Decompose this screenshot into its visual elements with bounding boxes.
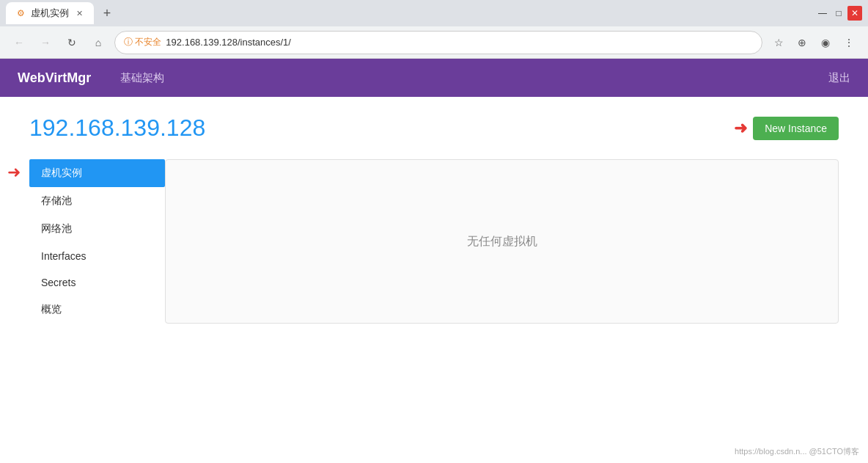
- sidebar: ➜ 虚机实例 存储池 网络池 Interfaces Secrets 概览: [29, 159, 165, 324]
- logout-button[interactable]: 退出: [828, 71, 850, 85]
- sidebar-item-interfaces[interactable]: Interfaces: [29, 243, 165, 269]
- address-bar[interactable]: ⓘ 不安全 192.168.139.128/instances/1/: [114, 31, 762, 54]
- toolbar-icons: ☆ ⊕ ◉ ⋮: [768, 32, 859, 53]
- url-text: 192.168.139.128/instances/1/: [166, 37, 291, 48]
- account-icon[interactable]: ◉: [815, 32, 836, 53]
- page-header: 192.168.139.128 ➜ New Instance: [29, 114, 839, 142]
- back-button[interactable]: ←: [9, 32, 29, 53]
- app-header: WebVirtMgr 基础架构 退出: [0, 59, 868, 97]
- app-logo: WebVirtMgr: [18, 70, 91, 86]
- new-tab-button[interactable]: +: [97, 3, 117, 23]
- sidebar-item-network[interactable]: 网络池: [29, 215, 165, 243]
- forward-button[interactable]: →: [35, 32, 56, 53]
- watermark: https://blog.csdn.n... @51CTO博客: [735, 446, 859, 457]
- new-instance-button[interactable]: New Instance: [753, 117, 839, 140]
- empty-message: 无任何虚拟机: [467, 234, 537, 249]
- home-button[interactable]: ⌂: [88, 32, 108, 53]
- main-content: 192.168.139.128 ➜ New Instance ➜ 虚机实例 存储…: [0, 97, 868, 341]
- browser-toolbar: ← → ↻ ⌂ ⓘ 不安全 192.168.139.128/instances/…: [0, 26, 868, 59]
- browser-titlebar: ⚙ 虚机实例 ✕ + — □ ✕: [0, 0, 868, 26]
- main-panel: 无任何虚拟机: [165, 159, 839, 324]
- close-button[interactable]: ✕: [847, 6, 862, 21]
- maximize-button[interactable]: □: [831, 6, 846, 21]
- minimize-button[interactable]: —: [815, 6, 830, 21]
- tab-close-button[interactable]: ✕: [73, 7, 85, 19]
- sidebar-item-instances[interactable]: 虚机实例: [29, 159, 165, 187]
- insecure-label: ⓘ 不安全: [124, 36, 161, 48]
- browser-tab[interactable]: ⚙ 虚机实例 ✕: [6, 2, 94, 24]
- window-controls: — □ ✕: [815, 6, 862, 21]
- new-instance-area: ➜ New Instance: [734, 117, 839, 140]
- arrow-to-sidebar-icon: ➜: [7, 163, 21, 182]
- reload-button[interactable]: ↻: [62, 32, 82, 53]
- page-title: 192.168.139.128: [29, 114, 205, 142]
- content-area: ➜ 虚机实例 存储池 网络池 Interfaces Secrets 概览 无任何…: [29, 159, 839, 324]
- sidebar-item-storage[interactable]: 存储池: [29, 187, 165, 215]
- tab-title: 虚机实例: [31, 7, 69, 20]
- menu-icon[interactable]: ⋮: [839, 32, 859, 53]
- sidebar-item-overview[interactable]: 概览: [29, 296, 165, 324]
- sidebar-item-secrets[interactable]: Secrets: [29, 269, 165, 296]
- extension-icon[interactable]: ⊕: [792, 32, 812, 53]
- arrow-to-new-instance-icon: ➜: [734, 119, 747, 138]
- bookmark-icon[interactable]: ☆: [768, 32, 789, 53]
- tab-favicon-icon: ⚙: [15, 7, 26, 19]
- nav-item-infra[interactable]: 基础架构: [114, 68, 170, 88]
